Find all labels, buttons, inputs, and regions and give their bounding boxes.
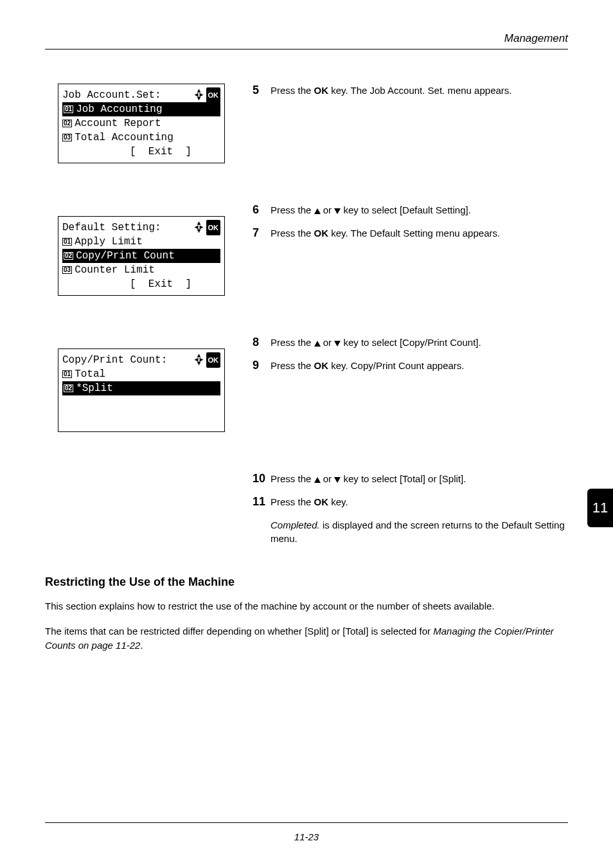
step-6-text: Press the or key to select [Default Sett… xyxy=(271,203,568,217)
header-rule xyxy=(45,49,568,50)
section-heading: Restricting the Use of the Machine xyxy=(45,575,568,589)
lcd1-line3-label: Total Accounting xyxy=(75,131,173,145)
lcd2-line3-num: 03 xyxy=(62,266,72,274)
lcd2-line3-label: Counter Limit xyxy=(75,263,155,277)
lcd2-title: Default Setting: xyxy=(62,221,161,235)
section-para-2: The items that can be restricted differ … xyxy=(45,624,568,653)
lcd3-line1-label: Total xyxy=(75,367,105,381)
lcd1-line2-num: 02 xyxy=(62,120,72,127)
lcd3-line2-num: 02 xyxy=(64,384,73,392)
lcd1-title: Job Account.Set: xyxy=(62,88,161,102)
down-arrow-icon xyxy=(334,341,341,347)
step-9-number: 9 xyxy=(253,359,271,373)
step-5-number: 5 xyxy=(253,84,271,98)
ok-icon: OK xyxy=(206,352,221,368)
step-11-number: 11 xyxy=(253,495,271,509)
up-arrow-icon xyxy=(314,341,321,347)
section-para-1: This section explains how to restrict th… xyxy=(45,599,568,614)
nav-arrows-icon: ▲◀▶▼ xyxy=(194,354,203,366)
lcd3-title: Copy/Print Count: xyxy=(62,353,167,367)
lcd2-line1-num: 01 xyxy=(62,238,72,246)
lcd2-line2-num: 02 xyxy=(64,252,73,260)
lcd-copy-print-count: Copy/Print Count: ▲◀▶▼ OK 01 Total 02 *S… xyxy=(58,348,225,432)
nav-arrows-icon: ▲◀▶▼ xyxy=(194,222,203,233)
lcd1-line1-label: Job Accounting xyxy=(76,102,162,116)
step-11-text: Press the OK key. xyxy=(271,495,568,509)
step-10-number: 10 xyxy=(253,472,271,486)
lcd1-exit: [ Exit ] xyxy=(130,145,191,159)
step-8-number: 8 xyxy=(253,336,271,350)
lcd2-exit: [ Exit ] xyxy=(130,277,191,291)
lcd1-line1-num: 01 xyxy=(64,105,73,113)
down-arrow-icon xyxy=(334,208,341,214)
ok-icon: OK xyxy=(206,220,221,235)
step-10-text: Press the or key to select [Total] or [S… xyxy=(271,472,568,486)
lcd2-line1-label: Apply Limit xyxy=(75,235,143,249)
lcd2-line2-label: Copy/Print Count xyxy=(76,249,175,263)
step-5-text: Press the OK key. The Job Account. Set. … xyxy=(271,84,568,98)
nav-arrows-icon: ▲◀▶▼ xyxy=(194,89,203,101)
step-11-note: Completed. is displayed and the screen r… xyxy=(271,518,568,547)
down-arrow-icon xyxy=(334,477,341,483)
lcd1-line2-label: Account Report xyxy=(75,116,161,131)
lcd-default-setting: Default Setting: ▲◀▶▼ OK 01 Apply Limit … xyxy=(58,216,225,296)
step-8-text: Press the or key to select [Copy/Print C… xyxy=(271,336,568,350)
up-arrow-icon xyxy=(314,477,321,483)
step-9-text: Press the OK key. Copy/Print Count appea… xyxy=(271,359,568,373)
up-arrow-icon xyxy=(314,208,321,214)
step-6-number: 6 xyxy=(253,203,271,217)
chapter-tab: 11 xyxy=(587,489,613,527)
step-7-text: Press the OK key. The Default Setting me… xyxy=(271,226,568,240)
lcd3-line2-label: *Split xyxy=(76,381,113,395)
page-footer: 11-23 xyxy=(0,831,613,842)
step-7-number: 7 xyxy=(253,226,271,240)
lcd-job-account-set: Job Account.Set: ▲◀▶▼ OK 01 Job Accounti… xyxy=(58,84,225,163)
ok-icon: OK xyxy=(206,87,221,103)
lcd1-line3-num: 03 xyxy=(62,134,72,141)
lcd3-line1-num: 01 xyxy=(62,370,72,378)
header-section: Management xyxy=(504,32,568,45)
